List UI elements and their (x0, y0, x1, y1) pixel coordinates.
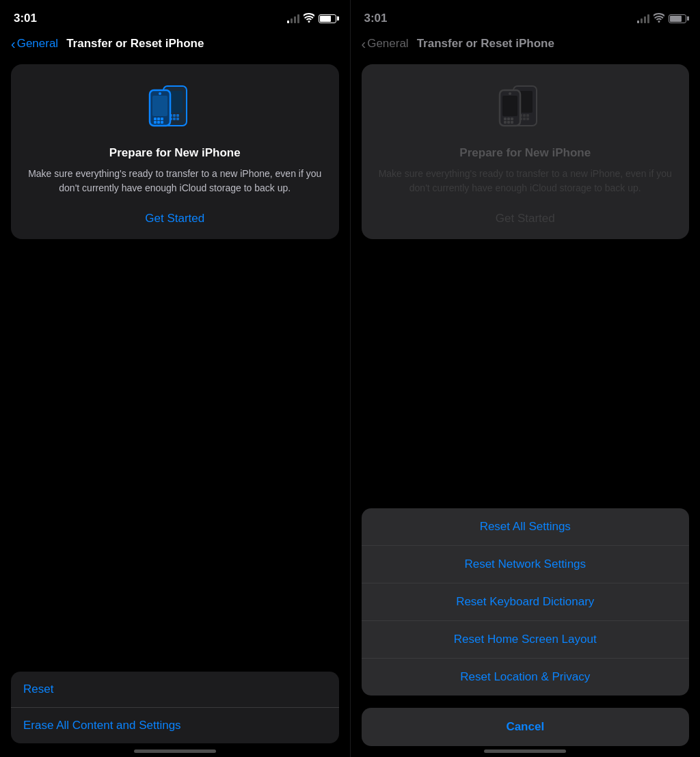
svg-rect-26 (502, 96, 517, 116)
erase-all-button[interactable]: Erase All Content and Settings (11, 708, 339, 743)
svg-rect-7 (176, 118, 179, 120)
left-status-bar: 3:01 (0, 0, 350, 33)
right-chevron-icon: ‹ (362, 37, 366, 51)
left-card-title: Prepare for New iPhone (109, 146, 241, 160)
svg-rect-3 (173, 114, 176, 117)
left-nav-title: Transfer or Reset iPhone (66, 37, 204, 51)
svg-point-16 (159, 92, 161, 95)
svg-rect-31 (507, 121, 510, 124)
svg-rect-6 (173, 118, 176, 120)
left-get-started-button[interactable]: Get Started (145, 212, 204, 225)
right-phone-transfer-icon (494, 81, 556, 135)
cancel-button[interactable]: Cancel (362, 708, 690, 746)
svg-rect-4 (176, 114, 179, 117)
right-card-description: Make sure everything's ready to transfer… (375, 167, 676, 195)
svg-rect-10 (154, 118, 157, 120)
reset-button[interactable]: Reset (11, 672, 339, 708)
right-card-title: Prepare for New iPhone (459, 146, 591, 160)
left-home-indicator (134, 749, 216, 753)
svg-rect-27 (504, 118, 507, 120)
svg-rect-12 (161, 118, 163, 120)
right-panel: 3:01 ‹ General Transfer or Re (351, 0, 701, 757)
left-chevron-icon: ‹ (11, 37, 16, 51)
right-home-indicator (484, 749, 566, 753)
svg-rect-9 (152, 96, 167, 116)
left-panel: 3:01 ‹ General Transfer or Reset iPhon (0, 0, 350, 757)
svg-rect-24 (526, 118, 529, 120)
right-back-label: General (367, 37, 408, 51)
reset-action-sheet: Reset All Settings Reset Network Setting… (362, 508, 690, 696)
svg-rect-13 (154, 121, 157, 124)
reset-home-screen-layout-button[interactable]: Reset Home Screen Layout (362, 621, 690, 659)
svg-rect-14 (157, 121, 160, 124)
right-back-button: ‹ General (362, 37, 409, 51)
svg-rect-30 (504, 121, 507, 124)
svg-rect-28 (507, 118, 510, 120)
right-status-icons (637, 13, 686, 25)
right-signal-icon (637, 14, 649, 23)
svg-rect-11 (157, 118, 160, 120)
right-nav-bar: ‹ General Transfer or Reset iPhone (351, 33, 701, 59)
signal-icon (287, 14, 299, 23)
reset-network-settings-button[interactable]: Reset Network Settings (362, 546, 690, 583)
svg-rect-20 (523, 114, 526, 117)
reset-location-privacy-button[interactable]: Reset Location & Privacy (362, 659, 690, 696)
left-status-icons (287, 13, 336, 25)
phone-transfer-icon (144, 81, 206, 135)
right-time: 3:01 (364, 12, 388, 25)
left-reset-card: Reset Erase All Content and Settings (11, 672, 339, 743)
svg-rect-23 (523, 118, 526, 120)
reset-keyboard-dictionary-button[interactable]: Reset Keyboard Dictionary (362, 583, 690, 621)
left-prepare-card: Prepare for New iPhone Make sure everyth… (11, 64, 339, 239)
left-back-button[interactable]: ‹ General (11, 37, 58, 51)
left-time: 3:01 (14, 12, 37, 25)
svg-rect-21 (526, 114, 529, 117)
reset-all-settings-button[interactable]: Reset All Settings (362, 508, 690, 546)
svg-rect-15 (161, 121, 163, 124)
right-status-bar: 3:01 (351, 0, 701, 33)
left-card-description: Make sure everything's ready to transfer… (25, 167, 325, 195)
left-nav-bar: ‹ General Transfer or Reset iPhone (0, 33, 350, 59)
left-back-label: General (17, 37, 58, 51)
right-battery-icon (669, 14, 686, 23)
svg-rect-32 (511, 121, 513, 124)
right-wifi-icon (654, 13, 664, 25)
right-get-started-button: Get Started (496, 212, 555, 225)
svg-rect-29 (511, 118, 513, 120)
svg-point-33 (509, 92, 511, 95)
wifi-icon (304, 13, 314, 25)
right-nav-title: Transfer or Reset iPhone (417, 37, 554, 51)
left-bottom-section: Reset Erase All Content and Settings (11, 672, 339, 743)
right-prepare-card: Prepare for New iPhone Make sure everyth… (362, 64, 690, 239)
battery-icon (319, 14, 336, 23)
